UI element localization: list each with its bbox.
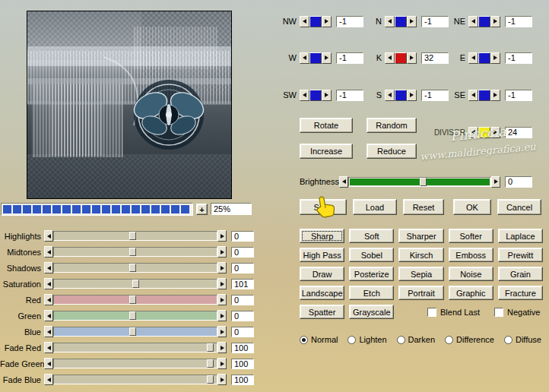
slider-left-button[interactable] xyxy=(44,374,53,385)
divisor-value[interactable]: 24 xyxy=(505,127,532,138)
spin-left-button[interactable] xyxy=(385,90,395,101)
slider-thumb[interactable] xyxy=(129,248,136,256)
slider-left-button[interactable] xyxy=(44,342,53,353)
radio-icon[interactable] xyxy=(347,336,356,344)
filter-button-landscape[interactable]: Landscape xyxy=(300,286,344,300)
slider-left-button[interactable] xyxy=(44,358,53,369)
matrix-cell-value[interactable]: 32 xyxy=(421,52,449,64)
brightness-thumb[interactable] xyxy=(420,178,427,186)
slider-value-field[interactable]: 0 xyxy=(231,311,254,321)
slider-track[interactable] xyxy=(53,375,217,384)
slider-thumb[interactable] xyxy=(129,296,136,304)
brightness-left-button[interactable] xyxy=(339,176,348,188)
slider-right-button[interactable] xyxy=(217,374,227,385)
filter-button-laplace[interactable]: Laplace xyxy=(498,229,543,243)
matrix-cell-value[interactable]: -1 xyxy=(421,16,449,27)
slider-value-field[interactable]: 100 xyxy=(231,359,254,369)
spin-right-button[interactable] xyxy=(490,52,500,64)
slider-right-button[interactable] xyxy=(217,326,227,337)
cancel-button[interactable]: Cancel xyxy=(497,199,541,215)
rotate-button[interactable]: Rotate xyxy=(300,118,353,133)
spin-left-button[interactable] xyxy=(300,16,309,27)
blend-last-checkbox-group[interactable]: Blend Last xyxy=(427,305,480,319)
slider-thumb[interactable] xyxy=(129,264,136,272)
slider-value-field[interactable]: 101 xyxy=(231,279,254,289)
filter-button-spatter[interactable]: Spatter xyxy=(300,305,344,319)
matrix-cell-value[interactable]: -1 xyxy=(505,16,532,27)
slider-track[interactable] xyxy=(53,359,217,368)
mode-option-lighten[interactable]: Lighten xyxy=(347,335,386,344)
filter-button-draw[interactable]: Draw xyxy=(300,267,344,281)
slider-value-field[interactable]: 0 xyxy=(231,263,254,273)
zoom-in-button[interactable]: + xyxy=(196,204,208,215)
matrix-cell-value[interactable]: -1 xyxy=(336,90,363,101)
slider-right-button[interactable] xyxy=(217,342,227,353)
slider-value-field[interactable]: 100 xyxy=(231,375,254,385)
matrix-cell-value[interactable]: -1 xyxy=(336,52,363,64)
matrix-cell-value[interactable]: -1 xyxy=(505,90,532,101)
brightness-right-button[interactable] xyxy=(491,176,500,188)
slider-value-field[interactable]: 0 xyxy=(231,327,254,337)
spin-right-button[interactable] xyxy=(490,16,500,27)
spin-left-button[interactable] xyxy=(468,90,478,101)
zoom-level-field[interactable]: 25% xyxy=(211,203,252,215)
reduce-button[interactable]: Reduce xyxy=(367,144,417,159)
random-button[interactable]: Random xyxy=(367,118,417,133)
spin-left-button[interactable] xyxy=(300,90,309,101)
filter-button-sharp[interactable]: Sharp xyxy=(300,229,344,243)
slider-value-field[interactable]: 100 xyxy=(231,343,254,353)
slider-left-button[interactable] xyxy=(44,230,53,242)
filter-button-high-pass[interactable]: High Pass xyxy=(300,248,344,262)
filter-button-noise[interactable]: Noise xyxy=(449,267,493,281)
slider-right-button[interactable] xyxy=(217,246,227,258)
slider-track[interactable] xyxy=(53,311,217,321)
spin-right-button[interactable] xyxy=(407,90,417,101)
slider-right-button[interactable] xyxy=(217,294,227,305)
filter-button-portrait[interactable]: Portrait xyxy=(398,286,443,300)
filter-button-posterize[interactable]: Posterize xyxy=(349,267,394,281)
increase-button[interactable]: Increase xyxy=(300,144,353,159)
spin-left-button[interactable] xyxy=(385,52,395,64)
spin-left-button[interactable] xyxy=(468,16,478,27)
slider-track[interactable] xyxy=(53,279,217,289)
filter-button-grayscale[interactable]: Grayscale xyxy=(349,305,394,319)
reset-button[interactable]: Reset xyxy=(403,199,444,215)
filter-button-fracture[interactable]: Fracture xyxy=(498,286,543,300)
slider-right-button[interactable] xyxy=(217,230,227,242)
slider-track[interactable] xyxy=(53,295,217,305)
slider-value-field[interactable]: 0 xyxy=(231,295,254,305)
ok-button[interactable]: OK xyxy=(453,199,491,215)
mode-option-darken[interactable]: Darken xyxy=(397,335,435,344)
slider-left-button[interactable] xyxy=(44,310,53,321)
blend-last-checkbox[interactable] xyxy=(427,308,436,317)
slider-thumb[interactable] xyxy=(207,343,214,352)
mode-option-normal[interactable]: Normal xyxy=(300,335,338,344)
filter-button-prewitt[interactable]: Prewitt xyxy=(498,248,543,262)
slider-thumb[interactable] xyxy=(129,232,136,240)
filter-button-softer[interactable]: Softer xyxy=(449,229,493,243)
mode-option-diffuse[interactable]: Diffuse xyxy=(504,335,541,344)
spin-left-button[interactable] xyxy=(385,16,395,27)
slider-left-button[interactable] xyxy=(44,278,53,289)
brightness-track[interactable] xyxy=(348,177,491,187)
negative-checkbox-group[interactable]: Negative xyxy=(494,305,540,319)
negative-checkbox[interactable] xyxy=(494,308,503,317)
spin-left-button[interactable] xyxy=(300,52,309,64)
slider-value-field[interactable]: 0 xyxy=(231,247,254,258)
slider-track[interactable] xyxy=(53,263,217,273)
spin-right-button[interactable] xyxy=(322,52,332,64)
slider-right-button[interactable] xyxy=(217,278,227,289)
filter-button-soft[interactable]: Soft xyxy=(349,229,394,243)
spin-right-button[interactable] xyxy=(407,52,417,64)
slider-thumb[interactable] xyxy=(129,311,136,320)
spin-right-button[interactable] xyxy=(322,16,332,27)
filter-button-etch[interactable]: Etch xyxy=(349,286,394,300)
filter-button-graphic[interactable]: Graphic xyxy=(449,286,493,300)
slider-right-button[interactable] xyxy=(217,262,227,273)
slider-track[interactable] xyxy=(53,327,217,337)
slider-thumb[interactable] xyxy=(207,359,214,368)
filter-button-sobel[interactable]: Sobel xyxy=(349,248,394,262)
spin-right-button[interactable] xyxy=(407,16,417,27)
slider-thumb[interactable] xyxy=(129,327,136,336)
slider-left-button[interactable] xyxy=(44,294,53,305)
